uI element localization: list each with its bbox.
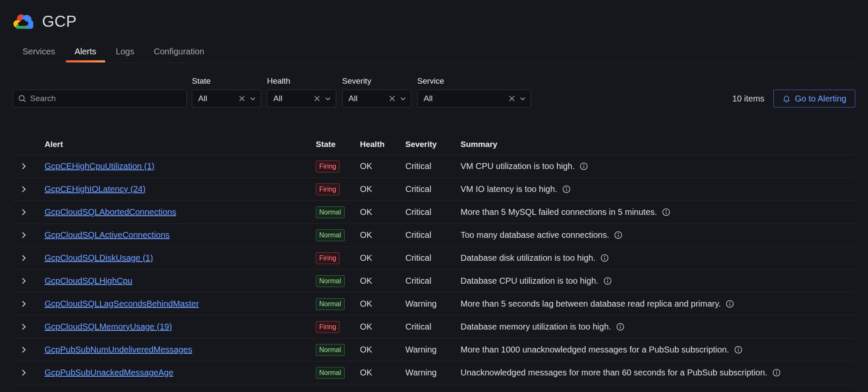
health-value: OK (360, 368, 405, 378)
health-value: OK (360, 207, 405, 217)
summary-text: Database memory utilization is too high. (461, 322, 611, 332)
filter-label: Service (417, 76, 531, 86)
filter-select[interactable]: All (417, 90, 531, 107)
state-badge: Firing (316, 321, 340, 333)
alert-link[interactable]: GcpCloudSQLHighCpu (45, 276, 132, 285)
summary-text: Too many database active connections. (461, 230, 609, 240)
expand-row-icon[interactable] (22, 186, 26, 192)
severity-value: Critical (405, 322, 461, 332)
state-badge: Normal (316, 206, 345, 218)
state-badge: Normal (316, 298, 345, 310)
filter-selected-value: All (198, 94, 239, 103)
app-header: GCP (0, 0, 868, 31)
filter-selects: State All Health All Severity All S (192, 76, 531, 107)
filters-right: 10 items Go to Alerting (732, 90, 855, 107)
chevron-down-icon[interactable] (325, 97, 331, 101)
alert-link[interactable]: GcpCEHighIOLatency (24) (45, 184, 146, 194)
summary-text: Database disk utilization is too high. (461, 253, 596, 263)
info-icon[interactable] (580, 162, 588, 170)
chevron-down-icon[interactable] (520, 97, 525, 101)
tab-services[interactable]: Services (13, 42, 65, 62)
state-badge: Firing (316, 161, 340, 172)
table-row: GcpCEHighCpuUtilization (1) Firing OK Cr… (13, 155, 855, 178)
filter-group-health: Health All (267, 76, 336, 107)
column-header-state: State (316, 140, 360, 149)
alert-link[interactable]: GcpPubSubUnackedMessageAge (45, 368, 174, 377)
expand-row-icon[interactable] (22, 255, 26, 261)
alert-link[interactable]: GcpCloudSQLDiskUsage (1) (45, 253, 153, 262)
clear-icon[interactable] (314, 96, 320, 102)
alert-link[interactable]: GcpCEHighCpuUtilization (1) (45, 161, 154, 171)
info-icon[interactable] (772, 369, 781, 377)
column-header-summary: Summary (461, 140, 855, 149)
expand-row-icon[interactable] (22, 163, 26, 169)
tab-logs[interactable]: Logs (106, 42, 144, 62)
health-value: OK (360, 161, 405, 171)
chevron-down-icon[interactable] (400, 97, 406, 101)
expand-row-icon[interactable] (22, 347, 26, 353)
severity-value: Warning (405, 345, 461, 355)
alert-link[interactable]: GcpCloudSQLMemoryUsage (19) (45, 322, 172, 331)
info-icon[interactable] (662, 208, 670, 216)
info-icon[interactable] (562, 185, 570, 193)
alert-link[interactable]: GcpCloudSQLAbortedConnections (45, 207, 176, 217)
tab-alerts[interactable]: Alerts (65, 42, 106, 62)
expand-row-icon[interactable] (22, 369, 26, 376)
clear-icon[interactable] (509, 96, 515, 102)
filter-selected-value: All (273, 94, 314, 103)
filter-bar: State All Health All Severity All S (13, 76, 855, 107)
severity-value: Critical (405, 276, 461, 286)
alert-link[interactable]: GcpCloudSQLLagSecondsBehindMaster (45, 299, 199, 308)
filter-select[interactable]: All (267, 90, 336, 107)
health-value: OK (360, 184, 405, 194)
severity-value: Critical (405, 230, 461, 240)
table-row: GcpPubSubUnackedMessageAge Normal OK War… (13, 361, 855, 384)
alert-link[interactable]: GcpCloudSQLActiveConnections (45, 230, 170, 240)
summary-text: VM CPU utilization is too high. (461, 161, 575, 171)
bell-icon (782, 94, 791, 103)
severity-value: Warning (405, 299, 461, 309)
info-icon[interactable] (604, 277, 612, 285)
summary-text: More than 1000 unacknowledged messages f… (461, 345, 729, 355)
info-icon[interactable] (734, 346, 742, 354)
tab-configuration[interactable]: Configuration (144, 42, 214, 62)
filter-select[interactable]: All (342, 90, 411, 107)
expand-row-icon[interactable] (22, 209, 26, 215)
clear-icon[interactable] (239, 96, 245, 102)
table-row: GcpCloudSQLActiveConnections Normal OK C… (13, 224, 855, 247)
filter-label: Severity (342, 76, 411, 86)
clear-icon[interactable] (389, 96, 395, 102)
info-icon[interactable] (601, 254, 609, 262)
severity-value: Critical (405, 161, 461, 171)
tab-label: Alerts (75, 47, 96, 56)
filter-select[interactable]: All (192, 90, 261, 107)
expand-row-icon[interactable] (22, 232, 26, 238)
expand-row-icon[interactable] (22, 324, 26, 330)
table-row: GcpCloudSQLMemoryUsage (19) Firing OK Cr… (13, 316, 855, 338)
filter-selected-value: All (424, 94, 509, 103)
table-row: GcpCEHighIOLatency (24) Firing OK Critic… (13, 178, 855, 201)
severity-value: Critical (405, 253, 461, 263)
google-cloud-logo-icon (13, 13, 35, 31)
table-row: GcpCloudSQLAbortedConnections Normal OK … (13, 201, 855, 224)
filter-label: State (192, 76, 261, 86)
info-icon[interactable] (616, 323, 624, 331)
summary-text: VM IO latency is too high. (461, 184, 557, 194)
info-icon[interactable] (726, 300, 734, 308)
health-value: OK (360, 299, 405, 309)
info-icon[interactable] (614, 231, 622, 239)
chevron-down-icon[interactable] (250, 97, 256, 101)
alert-link[interactable]: GcpPubSubNumUndeliveredMessages (45, 345, 192, 354)
expand-row-icon[interactable] (22, 301, 26, 307)
column-header-health: Health (360, 140, 405, 149)
expand-row-icon[interactable] (22, 278, 26, 284)
severity-value: Warning (405, 368, 461, 378)
filter-group-service: Service All (417, 76, 531, 107)
summary-text: Database CPU utilization is too high. (461, 276, 598, 286)
go-to-alerting-button[interactable]: Go to Alerting (773, 90, 855, 107)
table-row: GcpPubSubNumUndeliveredMessages Normal O… (13, 338, 855, 361)
search-input[interactable] (30, 94, 181, 103)
items-count: 10 items (732, 94, 764, 104)
filter-group-severity: Severity All (342, 76, 411, 107)
search-box[interactable] (13, 90, 187, 107)
